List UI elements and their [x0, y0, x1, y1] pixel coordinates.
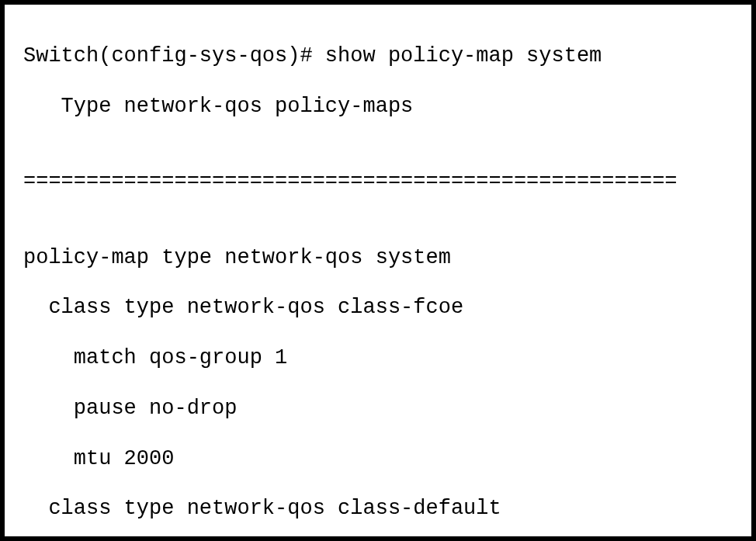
terminal-line: ========================================… — [23, 169, 733, 194]
terminal-line: pause no-drop — [23, 396, 733, 421]
terminal-line: class type network-qos class-fcoe — [23, 295, 733, 320]
terminal-output: Switch(config-sys-qos)# show policy-map … — [0, 0, 756, 541]
terminal-line: match qos-group 1 — [23, 345, 733, 370]
terminal-line: mtu 2000 — [23, 446, 733, 471]
terminal-line: Type network-qos policy-maps — [23, 94, 733, 119]
terminal-line: policy-map type network-qos system — [23, 245, 733, 270]
terminal-line: Switch(config-sys-qos)# show policy-map … — [23, 43, 733, 68]
terminal-line: class type network-qos class-default — [23, 496, 733, 521]
